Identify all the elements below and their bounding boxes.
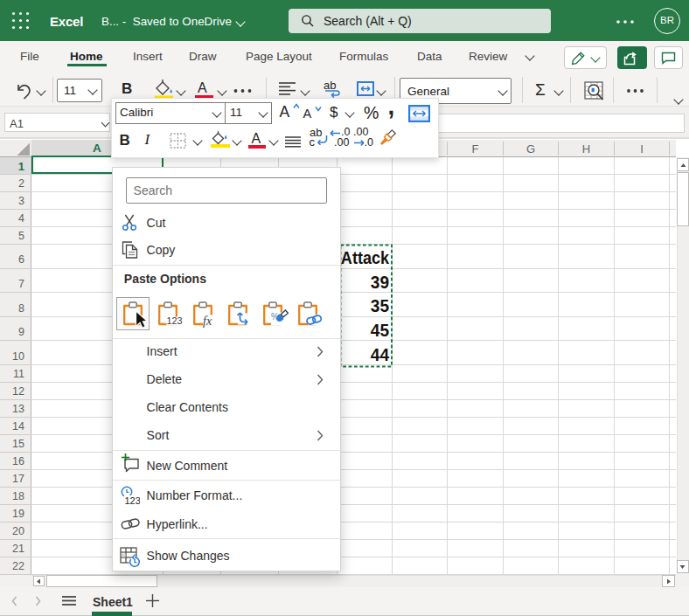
svg-text:123: 123 [167,315,183,326]
svg-text:fx: fx [203,315,212,328]
svg-text:123: 123 [125,495,141,506]
